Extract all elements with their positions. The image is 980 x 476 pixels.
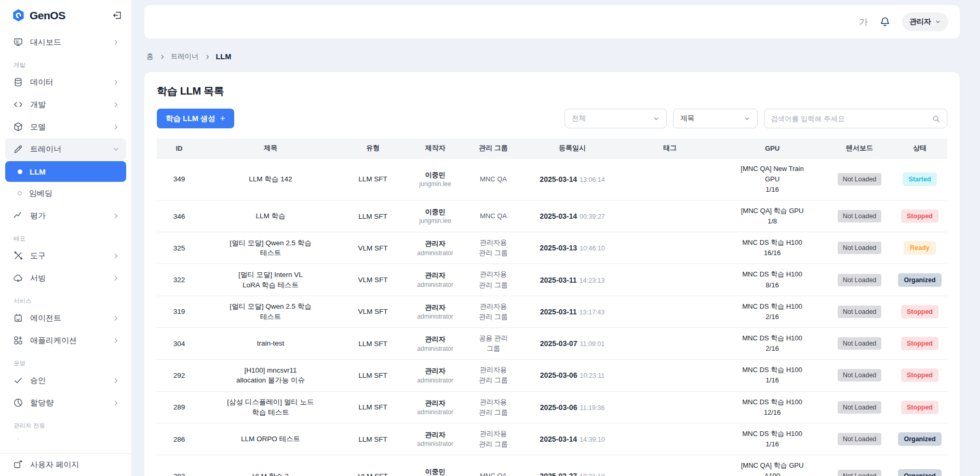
table-row[interactable]: 289[삼성 디스플레이] 멀티 노드학습 테스트LLM SFT관리자admin… [157, 391, 947, 423]
table-row[interactable]: 304train-testLLM SFT관리자administrator공용 관… [157, 328, 947, 360]
cell-registered-at: 2025-03-0610:23:11 [522, 360, 622, 391]
search-field-select[interactable]: 제목 [673, 109, 758, 128]
search-box [764, 109, 947, 128]
quota-icon [13, 398, 23, 408]
cell-type: LLM SFT [340, 158, 406, 200]
cell-registered-at: 2025-03-1400:39:27 [522, 200, 622, 232]
sidebar-collapse-icon[interactable] [112, 10, 122, 20]
table-row[interactable]: 319[멀티 모달] Qwen 2.5 학습테스트VLM SFT관리자admin… [157, 296, 947, 327]
cell-tensorboard: Not Loaded [827, 296, 892, 327]
sidebar-section-label: 운영 [14, 360, 131, 367]
cell-status: Organized [892, 455, 947, 476]
search-field-select-value: 제목 [680, 114, 694, 123]
cell-tag [622, 391, 718, 423]
table-row[interactable]: 292[H100] mncsvr11allocation 불가능 이슈LLM S… [157, 360, 947, 391]
cell-creator: 관리자administrator [406, 328, 464, 360]
search-input[interactable] [771, 115, 928, 123]
tensorboard-badge: Not Loaded [838, 306, 882, 318]
sidebar-item-관리[interactable]: 관리 [5, 432, 126, 439]
column-header-제작자: 제작자 [406, 139, 464, 158]
cell-type: LLM SFT [340, 423, 406, 455]
table-row[interactable]: 349LLM 학습 142LLM SFT이중민jungmin.leeMNC QA… [157, 158, 947, 200]
cell-type: LLM SFT [340, 360, 406, 391]
cell-creator: 관리자administrator [406, 232, 464, 264]
chevron-right-icon [112, 123, 120, 131]
sidebar-item-승인[interactable]: 승인 [5, 369, 126, 391]
user-page-icon [13, 460, 23, 470]
sidebar-section-label: 배포 [14, 235, 131, 243]
sidebar-item-모델[interactable]: 모델 [5, 116, 126, 138]
chevron-down-icon [112, 146, 120, 153]
sidebar-subitem-LLM[interactable]: LLM [5, 161, 126, 182]
status-badge: Stopped [901, 209, 938, 223]
sidebar-item-평가[interactable]: 평가 [5, 205, 126, 227]
cell-type: VLM SFT [340, 264, 406, 296]
cell-group: 관리자용관리 그룹 [464, 423, 522, 455]
sidebar-item-label: 서빙 [30, 273, 105, 283]
sidebar-item-개발[interactable]: 개발 [5, 94, 126, 115]
sidebar-item-서빙[interactable]: 서빙 [5, 267, 126, 289]
table-filters: 전체 제목 [565, 109, 947, 128]
sidebar-item-할당량[interactable]: 할당량 [5, 392, 126, 414]
database-icon [13, 77, 23, 87]
cell-registered-at: 2025-03-1114:23:13 [522, 264, 622, 296]
cell-group: 관리자용관리 그룹 [464, 232, 522, 264]
sidebar-item-label: 사용자 페이지 [30, 460, 79, 470]
sidebar-item-label: 관리 [30, 438, 105, 440]
cell-group: 공용 관리그룹 [464, 328, 522, 360]
create-llm-button[interactable]: 학습 LLM 생성 + [157, 109, 234, 128]
cell-tag [622, 423, 718, 455]
bullet-icon [18, 169, 22, 174]
table-row[interactable]: 346LLM 학습LLM SFT이중민jungmin.leeMNC QA2025… [157, 200, 947, 232]
cell-title: [삼성 디스플레이] 멀티 노드학습 테스트 [202, 391, 340, 423]
sidebar-subitem-임베딩[interactable]: 임베딩 [5, 183, 126, 204]
cell-tensorboard: Not Loaded [827, 328, 892, 360]
cell-registered-at: 2025-03-1310:46:10 [522, 232, 622, 264]
sidebar-item-user-page[interactable]: 사용자 페이지 [0, 453, 131, 476]
sidebar-section-label: 관리자 전용 [14, 422, 131, 430]
search-icon[interactable] [932, 114, 941, 123]
sidebar-item-에이전트[interactable]: 에이전트 [5, 307, 126, 329]
cell-title: [H100] mncsvr11allocation 불가능 이슈 [202, 360, 340, 391]
tensorboard-badge: Not Loaded [838, 433, 882, 445]
notifications-bell-icon[interactable] [879, 16, 891, 28]
breadcrumb-trainer[interactable]: 트레이너 [171, 52, 199, 61]
sidebar-item-애플리케이션[interactable]: 애플리케이션 [5, 329, 126, 351]
user-menu-button[interactable]: 관리자 [902, 12, 948, 31]
cell-title: LLM 학습 [202, 200, 340, 232]
cell-tag [622, 296, 718, 327]
cell-registered-at: 2025-03-1414:39:10 [522, 423, 622, 455]
column-header-태그: 태그 [622, 139, 718, 158]
cell-creator: 이중민jungmin.lee [406, 455, 464, 476]
cell-creator: 이중민jungmin.lee [406, 158, 464, 200]
cell-group: MNC QA [464, 158, 522, 200]
table-row[interactable]: 325[멀티 모달] Qwen 2.5 학습테스트VLM SFT관리자admin… [157, 232, 947, 264]
tensorboard-badge: Not Loaded [838, 173, 882, 186]
font-size-toggle[interactable]: 가 [859, 16, 868, 28]
cell-gpu: MNC DS 학습 H1002/16 [718, 296, 827, 327]
cell-tag [622, 360, 718, 391]
cell-type: LLM SFT [340, 328, 406, 360]
sidebar-item-label: 도구 [30, 251, 105, 261]
cell-gpu: MNC DS 학습 H10012/16 [718, 391, 827, 423]
sidebar-item-대시보드[interactable]: 대시보드 [5, 31, 126, 53]
user-name: 관리자 [909, 17, 931, 27]
cell-type: LLM SFT [340, 391, 406, 423]
chevron-right-icon [112, 252, 120, 260]
sidebar-item-데이터[interactable]: 데이터 [5, 71, 126, 93]
page-title: 학습 LLM 목록 [157, 84, 947, 98]
sidebar-item-도구[interactable]: 도구 [5, 245, 126, 267]
cell-status: Stopped [892, 391, 947, 423]
cell-group: 관리자용관리 그룹 [464, 391, 522, 423]
breadcrumb-home[interactable]: 홈 [146, 52, 154, 61]
table-row[interactable]: 286LLM ORPO 테스트LLM SFT관리자administrator관리… [157, 423, 947, 455]
cell-id: 349 [157, 158, 202, 200]
cell-creator: 관리자administrator [406, 391, 464, 423]
cell-tensorboard: Not Loaded [827, 200, 892, 232]
tensorboard-badge: Not Loaded [838, 470, 882, 476]
chevron-right-icon [159, 54, 165, 60]
sidebar-item-트레이너[interactable]: 트레이너 [5, 138, 126, 160]
table-row[interactable]: 283VLM 학습 2VLM SFT이중민jungmin.leeMNC QA20… [157, 455, 947, 476]
scope-select[interactable]: 전체 [565, 109, 667, 128]
table-row[interactable]: 322[멀티 모달] Intern VLLoRA 학습 테스트VLM SFT관리… [157, 264, 947, 296]
